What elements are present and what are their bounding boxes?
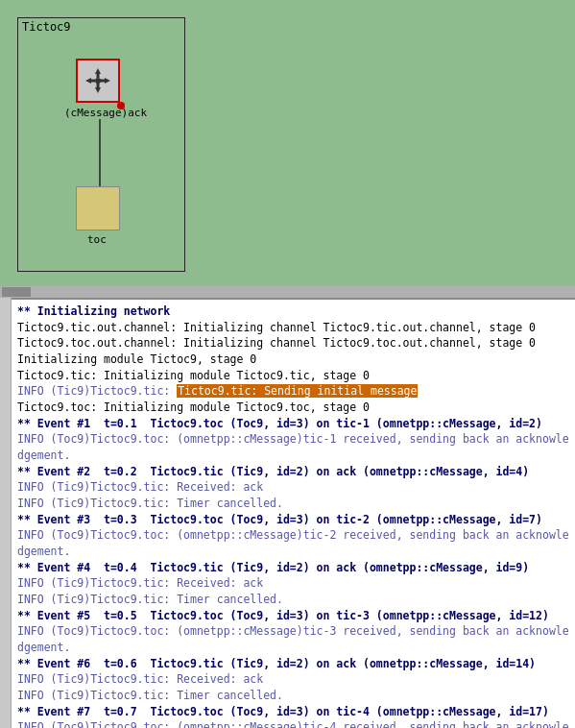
log-wrapper: ** Initializing networkTictoc9.tic.out.c… xyxy=(0,298,575,728)
log-line: INFO (Tic9)Tictoc9.tic: Tictoc9.tic: Sen… xyxy=(17,383,569,400)
left-margin-bar xyxy=(0,298,12,728)
toc-node[interactable] xyxy=(76,186,120,231)
log-line: INFO (Toc9)Tictoc9.toc: (omnetpp::cMessa… xyxy=(17,719,569,728)
log-line: INFO (Tic9)Tictoc9.tic: Received: ack xyxy=(17,671,569,688)
log-line: INFO (Toc9)Tictoc9.toc: (omnetpp::cMessa… xyxy=(17,527,569,559)
log-area[interactable]: ** Initializing networkTictoc9.tic.out.c… xyxy=(12,298,575,728)
log-line: INFO (Tic9)Tictoc9.tic: Timer cancelled. xyxy=(17,496,569,512)
log-line: ** Initializing network xyxy=(17,303,569,320)
log-line: Tictoc9.toc.out.channel: Initializing ch… xyxy=(17,335,569,352)
svg-rect-2 xyxy=(97,72,100,78)
network-diagram-box: Tictoc9 xyxy=(17,17,185,272)
log-line: Tictoc9.toc: Initializing module Tictoc9… xyxy=(17,400,569,416)
log-line: Initializing module Tictoc9, stage 0 xyxy=(17,352,569,368)
log-line: INFO (Tic9)Tictoc9.tic: Timer cancelled. xyxy=(17,688,569,704)
toc-label: toc xyxy=(87,233,107,246)
log-line: Tictoc9.tic: Initializing module Tictoc9… xyxy=(17,368,569,384)
log-line: ** Event #6 t=0.6 Tictoc9.tic (Tic9, id=… xyxy=(17,656,569,672)
log-line: INFO (Tic9)Tictoc9.tic: Received: ack xyxy=(17,575,569,592)
log-line: Tictoc9.tic.out.channel: Initializing ch… xyxy=(17,320,569,336)
tic-node[interactable] xyxy=(76,59,120,103)
log-line: ** Event #5 t=0.5 Tictoc9.toc (Toc9, id=… xyxy=(17,608,569,624)
tic-label: (cMessage)ack xyxy=(64,107,147,119)
log-line: INFO (Toc9)Tictoc9.toc: (omnetpp::cMessa… xyxy=(17,623,569,655)
network-label: Tictoc9 xyxy=(18,18,184,36)
scrollbar-thumb[interactable] xyxy=(2,287,31,297)
log-line: INFO (Tic9)Tictoc9.tic: Timer cancelled. xyxy=(17,592,569,608)
highlighted-text: Tictoc9.tic: Sending initial message xyxy=(177,384,418,398)
log-line: INFO (Tic9)Tictoc9.tic: Received: ack xyxy=(17,479,569,496)
log-line: ** Event #2 t=0.2 Tictoc9.tic (Tic9, id=… xyxy=(17,464,569,480)
log-line: INFO (Toc9)Tictoc9.toc: (omnetpp::cMessa… xyxy=(17,431,569,463)
svg-point-9 xyxy=(95,78,101,84)
log-line: ** Event #1 t=0.1 Tictoc9.toc (Toc9, id=… xyxy=(17,416,569,432)
log-line: ** Event #7 t=0.7 Tictoc9.toc (Toc9, id=… xyxy=(17,704,569,720)
log-line: ** Event #4 t=0.4 Tictoc9.tic (Tic9, id=… xyxy=(17,560,569,576)
canvas-area: Tictoc9 xyxy=(0,0,575,298)
log-line: ** Event #3 t=0.3 Tictoc9.toc (Toc9, id=… xyxy=(17,512,569,528)
canvas-horizontal-scrollbar[interactable] xyxy=(0,286,575,298)
svg-rect-6 xyxy=(89,80,95,83)
move-icon xyxy=(84,66,112,95)
